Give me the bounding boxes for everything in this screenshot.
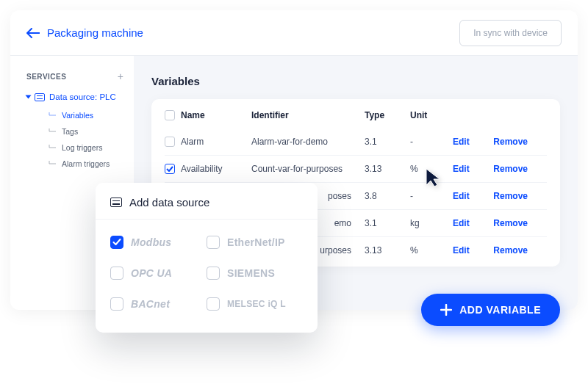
remove-link[interactable]: Remove: [487, 137, 528, 147]
cell-type: 3.13: [365, 245, 410, 256]
sidebar-item-tags[interactable]: Tags: [49, 123, 134, 140]
cell-type: 3.1: [365, 137, 410, 147]
cell-name: Availability: [181, 164, 251, 174]
add-variable-label: ADD VARIABLE: [459, 304, 541, 316]
edit-link[interactable]: Edit: [453, 218, 487, 228]
app-header: Packaging machine In sync with device: [10, 10, 578, 56]
vendor-label: SIEMENS: [227, 267, 275, 279]
edit-link[interactable]: Edit: [453, 245, 487, 256]
option-checkbox[interactable]: [110, 267, 123, 280]
sync-status-button[interactable]: In sync with device: [459, 20, 562, 46]
modal-title: Add data source: [129, 196, 209, 209]
add-service-icon[interactable]: +: [118, 70, 123, 82]
option-checkbox[interactable]: [110, 297, 123, 311]
cell-unit: %: [410, 164, 453, 174]
datasource-option-bacnet[interactable]: BACnet: [110, 291, 207, 316]
datasource-icon: [110, 198, 122, 207]
datasource-option-modbus[interactable]: Modbus: [110, 230, 207, 255]
column-identifier: Identifier: [251, 110, 365, 120]
cell-unit: %: [410, 245, 453, 256]
sidebar-item-label: Alarm triggers: [62, 159, 110, 168]
datasource-option-opc-ua[interactable]: OPC UA: [110, 261, 207, 286]
back-arrow-icon[interactable]: [26, 28, 40, 38]
column-name: Name: [181, 110, 251, 120]
sidebar-datasource-label: Data source: PLC: [49, 93, 116, 101]
datasource-option-ethernet-ip[interactable]: EtherNet/IP: [207, 230, 303, 255]
sidebar-datasource-row[interactable]: Data source: PLC: [26, 93, 134, 101]
cell-type: 3.8: [365, 191, 410, 201]
sidebar-item-log-triggers[interactable]: Log triggers: [49, 140, 134, 156]
sidebar-section-title: SERVICES: [26, 73, 66, 81]
row-checkbox[interactable]: [165, 164, 175, 174]
cell-unit: kg: [410, 218, 453, 228]
sidebar-subnav: Variables Tags Log triggers Alarm trigge…: [49, 107, 134, 172]
column-type: Type: [365, 110, 410, 120]
sidebar-item-label: Log triggers: [62, 143, 102, 152]
column-unit: Unit: [410, 110, 453, 120]
datasource-option-siemens[interactable]: SIEMENS: [207, 261, 303, 286]
caret-down-icon: [26, 95, 32, 99]
remove-link[interactable]: Remove: [487, 218, 528, 228]
remove-link[interactable]: Remove: [487, 245, 528, 256]
sidebar-item-alarm-triggers[interactable]: Alarm triggers: [49, 156, 134, 172]
remove-link[interactable]: Remove: [487, 164, 528, 174]
cell-type: 3.13: [365, 164, 410, 174]
add-variable-button[interactable]: ADD VARIABLE: [421, 294, 560, 326]
option-checkbox[interactable]: [207, 297, 220, 311]
cell-identifier: Alarm-var-for-demo: [251, 137, 365, 147]
edit-link[interactable]: Edit: [453, 137, 487, 147]
datasource-icon: [35, 93, 45, 101]
option-checkbox[interactable]: [110, 236, 123, 249]
sidebar-item-label: Tags: [62, 127, 78, 136]
select-all-checkbox[interactable]: [165, 110, 175, 120]
add-datasource-modal: Add data source Modbus EtherNet/IP OPC U…: [96, 183, 318, 333]
vendor-label: MELSEC iQ L: [227, 299, 286, 309]
sidebar-item-label: Variables: [62, 111, 93, 120]
option-checkbox[interactable]: [207, 267, 220, 280]
cell-name: Alarm: [181, 137, 251, 147]
datasource-option-melsec[interactable]: MELSEC iQ L: [207, 291, 303, 316]
section-title: Variables: [151, 75, 560, 87]
page-title: Packaging machine: [47, 26, 143, 39]
vendor-label: OPC UA: [131, 267, 172, 279]
plus-icon: [440, 304, 452, 316]
table-header-row: Name Identifier Type Unit: [165, 102, 547, 128]
remove-link[interactable]: Remove: [487, 191, 528, 201]
sidebar-item-variables[interactable]: Variables: [49, 107, 134, 123]
table-row: Availability Count-var-for-purposes 3.13…: [165, 155, 547, 182]
cell-type: 3.1: [365, 218, 410, 228]
vendor-label: BACnet: [131, 298, 170, 310]
edit-link[interactable]: Edit: [453, 164, 487, 174]
vendor-label: Modbus: [131, 236, 171, 248]
cell-unit: -: [410, 191, 453, 201]
row-checkbox[interactable]: [165, 137, 175, 147]
option-checkbox[interactable]: [207, 236, 220, 249]
table-row: Alarm Alarm-var-for-demo 3.1 - Edit Remo…: [165, 128, 547, 155]
edit-link[interactable]: Edit: [453, 191, 487, 201]
vendor-label: EtherNet/IP: [227, 236, 285, 248]
cell-identifier: Count-var-for-purposes: [251, 164, 365, 174]
cell-unit: -: [410, 137, 453, 147]
